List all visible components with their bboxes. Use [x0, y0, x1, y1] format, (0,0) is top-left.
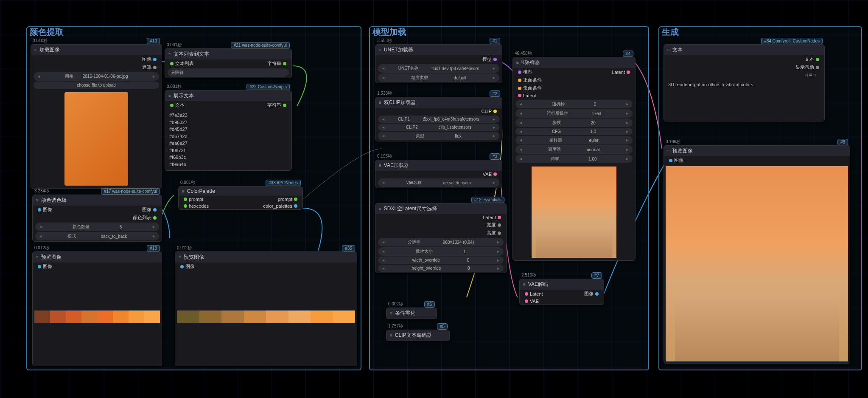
menu-icon[interactable]: ≡ — [379, 206, 381, 211]
hexcode-list: #7e3e23 #b95327 #d45d27 #d6742d #ea6e27 … — [165, 109, 291, 170]
node-vae-loader[interactable]: 0.195秒 #3 ≡VAE加载器 VAE ◄vae名称ae.safetenso… — [375, 160, 502, 188]
node-text[interactable]: #34 Comfyroll_CustomNodes ≡文本 文本 显示帮助 ◁ … — [664, 44, 825, 121]
node-unet-loader[interactable]: 3.553秒 #1 ≡UNET加载器 模型 ◄UNET名称flux1-dev-f… — [375, 44, 502, 83]
menu-icon[interactable]: ≡ — [168, 93, 171, 98]
image-select[interactable]: ◄图像 2016-1004-01-06-pc.jpg► — [34, 72, 159, 81]
menu-icon[interactable]: ≡ — [379, 100, 381, 105]
node-preview-8[interactable]: 0.166秒 #8 ≡预览图像 图像 — [664, 145, 850, 364]
menu-icon[interactable]: ≡ — [168, 52, 171, 56]
menu-icon[interactable]: ≡ — [390, 333, 392, 338]
menu-icon[interactable]: ≡ — [182, 189, 185, 194]
menu-icon[interactable]: ≡ — [36, 198, 39, 203]
prompt-text[interactable]: 3D rendering of an office in vibrant col… — [664, 79, 824, 121]
node-color-palette[interactable]: 3.234秒 #17 was-node-suite-comfyui ≡颜色调色板… — [32, 195, 162, 242]
node-vae-decode[interactable]: 2.516秒 #7 ≡VAE解码 Latent 图像 VAE — [519, 279, 604, 305]
node-clip-text-encode[interactable]: 1.757秒 #5 ≡CLIP文本编码器 — [386, 330, 450, 341]
menu-icon[interactable]: ≡ — [179, 255, 181, 260]
node-preview-35[interactable]: 0.012秒 #35 ≡预览图像 图像 — [175, 251, 357, 366]
node-color-palette-apq[interactable]: 0.001秒 #33 APQNodes ≡ColorPalette prompt… — [178, 186, 303, 210]
menu-icon[interactable]: ≡ — [390, 311, 392, 316]
node-zero-cond[interactable]: 0.002秒 #6 ≡条件零化 — [386, 308, 437, 319]
node-preview-18[interactable]: 0.012秒 #18 ≡预览图像 图像 — [32, 251, 162, 366]
menu-icon[interactable]: ≡ — [379, 163, 381, 168]
menu-icon[interactable]: ≡ — [667, 48, 670, 52]
node-ksampler[interactable]: 46.458秒 #4 ≡K采样器 模型 Latent 正面条件 负面条件 Lat… — [512, 57, 636, 261]
output-preview — [666, 166, 848, 361]
node-sdxl-latent[interactable]: #12 essentials ≡SDXL空Latent尺寸选择 Latent 宽… — [375, 203, 507, 273]
image-preview — [64, 92, 128, 186]
node-clip-loader[interactable]: 1.538秒 #2 ≡双CLIP加载器 CLIP ◄CLIP1t5xxl_fp8… — [375, 97, 502, 141]
upload-button[interactable]: choose file to upload — [34, 82, 159, 89]
palette-preview — [177, 310, 355, 323]
menu-icon[interactable]: ≡ — [516, 60, 519, 65]
node-load-image[interactable]: 0.010秒 #10 ≡加载图像 图像 遮罩 ◄图像 2016-1004-01-… — [31, 44, 162, 189]
menu-icon[interactable]: ≡ — [523, 282, 526, 287]
sampler-preview — [532, 167, 616, 258]
palette-preview — [34, 310, 160, 323]
menu-icon[interactable]: ≡ — [667, 149, 670, 153]
menu-icon[interactable]: ≡ — [36, 255, 39, 260]
node-text-list-to-text[interactable]: 0.001秒 #21 was-node-suite-comfyui ≡文本列表到… — [165, 48, 292, 78]
menu-icon[interactable]: ≡ — [34, 48, 37, 52]
menu-icon[interactable]: ≡ — [379, 48, 381, 52]
node-show-text[interactable]: 0.001秒 #22 Custom-Scripts ≡展示文本 文本 字符串 #… — [165, 90, 292, 171]
